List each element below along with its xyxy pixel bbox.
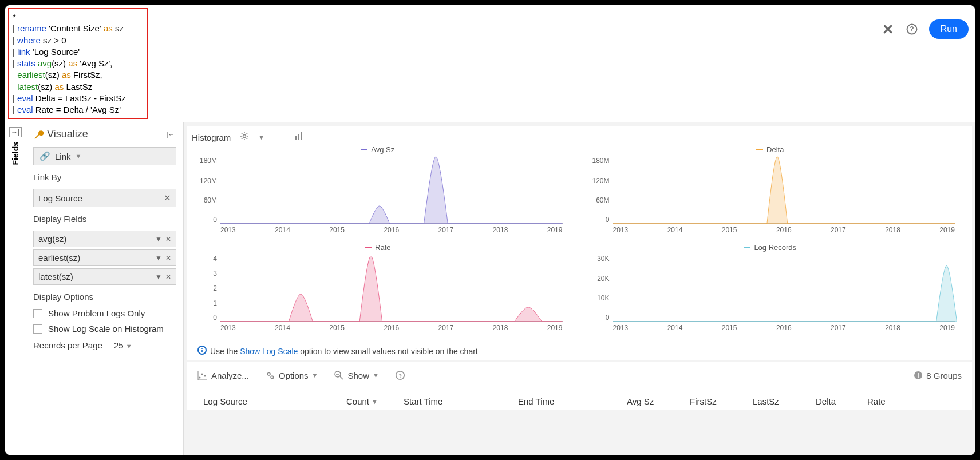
charts-grid: Avg Sz180M120M60M02013201420152016201720… [187, 145, 972, 342]
col-delta[interactable]: Delta [811, 393, 863, 410]
svg-point-10 [201, 374, 203, 375]
col-count[interactable]: Count ▼ [342, 393, 399, 410]
wrench-icon [33, 129, 44, 140]
svg-point-13 [271, 376, 274, 379]
remove-field-icon[interactable]: ✕ [165, 254, 171, 262]
log-scale-checkbox[interactable]: Show Log Scale on Histogram [33, 324, 176, 334]
col-end-time[interactable]: End Time [513, 393, 622, 410]
col-rate[interactable]: Rate [863, 393, 908, 410]
content-area: Histogram ▼ Avg Sz180M120M60M02013201420… [184, 122, 975, 455]
info-icon: i [914, 371, 923, 380]
display-field-item[interactable]: earliest(sz)▼✕ [33, 249, 176, 266]
display-fields-label: Display Fields [33, 214, 176, 224]
fields-rail-label[interactable]: Fields [11, 142, 20, 165]
svg-point-9 [199, 377, 201, 379]
svg-text:i: i [918, 372, 919, 379]
chart-delta[interactable]: Delta180M120M60M020132014201520162017201… [586, 145, 955, 240]
chevron-down-icon[interactable]: ▼ [155, 254, 162, 262]
col-last-sz[interactable]: LastSz [748, 393, 811, 410]
show-log-scale-link[interactable]: Show Log Scale [240, 347, 298, 356]
chart-rate[interactable]: Rate432102013201420152016201720182019 [193, 243, 563, 338]
help-icon[interactable]: ? [905, 22, 919, 36]
linkby-label: Link By [33, 172, 176, 182]
chart-avg-sz[interactable]: Avg Sz180M120M60M02013201420152016201720… [193, 145, 563, 240]
col-log-source[interactable]: Log Source [199, 393, 342, 410]
collapse-panel-icon[interactable]: |← [165, 129, 176, 140]
results-toolbar: Analyze... Options ▼ Show ▼ ? i 8 Groups [187, 362, 972, 388]
clear-linkby-icon[interactable]: ✕ [164, 193, 171, 203]
options-button[interactable]: Options ▼ [265, 370, 318, 380]
log-scale-hint: Use the Show Log Scale option to view sm… [191, 342, 969, 360]
sort-indicator-icon: ▼ [372, 398, 378, 405]
info-icon [197, 346, 207, 356]
col-start-time[interactable]: Start Time [399, 393, 513, 410]
histogram-label: Histogram [192, 133, 231, 142]
problem-logs-checkbox[interactable]: Show Problem Logs Only [33, 308, 176, 318]
svg-point-12 [267, 373, 270, 376]
scatter-icon [197, 370, 208, 380]
visualize-panel: Visualize |← 🔗 Link ▼ Link By Log Source… [26, 122, 184, 455]
rpp-select[interactable]: 25 ▼ [114, 340, 132, 350]
groups-count: i 8 Groups [914, 371, 962, 380]
mode-select[interactable]: 🔗 Link ▼ [33, 147, 176, 165]
visualize-title: Visualize [33, 128, 160, 140]
chevron-down-icon[interactable]: ▼ [155, 235, 162, 243]
svg-point-7 [201, 348, 203, 349]
run-button[interactable]: Run [929, 19, 969, 39]
chart-log-records[interactable]: Log Records30K20K10K02013201420152016201… [586, 243, 955, 338]
top-bar: * | rename 'Content Size' as sz | where … [5, 5, 975, 122]
close-icon[interactable] [881, 22, 895, 36]
chevron-down-icon[interactable]: ▼ [155, 273, 162, 281]
toolbar-help-icon[interactable]: ? [395, 370, 405, 380]
top-actions: ? Run [881, 8, 969, 39]
gear-icon[interactable] [240, 132, 249, 143]
fields-rail: →| Fields [5, 122, 26, 455]
results-table-header: Log Source Count ▼ Start Time End Time A… [187, 388, 972, 410]
svg-rect-5 [301, 132, 302, 140]
rpp-label: Records per Page [33, 340, 102, 350]
zoom-out-icon [334, 370, 344, 380]
svg-point-2 [243, 135, 246, 138]
expand-rail-icon[interactable]: →| [9, 127, 22, 137]
display-options-label: Display Options [33, 292, 176, 302]
show-button[interactable]: Show ▼ [334, 370, 378, 380]
svg-point-11 [204, 375, 206, 377]
query-editor[interactable]: * | rename 'Content Size' as sz | where … [8, 8, 148, 119]
svg-rect-4 [298, 134, 299, 140]
linkby-input[interactable]: Log Source ✕ [33, 189, 176, 207]
svg-text:?: ? [910, 25, 914, 33]
display-field-item[interactable]: latest(sz)▼✕ [33, 268, 176, 285]
svg-rect-8 [201, 350, 203, 352]
display-field-item[interactable]: avg(sz)▼✕ [33, 231, 176, 247]
svg-text:?: ? [398, 372, 402, 379]
col-first-sz[interactable]: FirstSz [685, 393, 748, 410]
remove-field-icon[interactable]: ✕ [165, 235, 171, 243]
bar-chart-icon[interactable] [294, 132, 305, 143]
chevron-down-icon[interactable]: ▼ [258, 134, 264, 141]
remove-field-icon[interactable]: ✕ [165, 273, 171, 281]
analyze-button[interactable]: Analyze... [197, 370, 249, 380]
gears-icon [265, 370, 275, 380]
link-icon: 🔗 [39, 151, 50, 161]
svg-rect-3 [295, 136, 297, 140]
col-avg-sz[interactable]: Avg Sz [622, 393, 685, 410]
